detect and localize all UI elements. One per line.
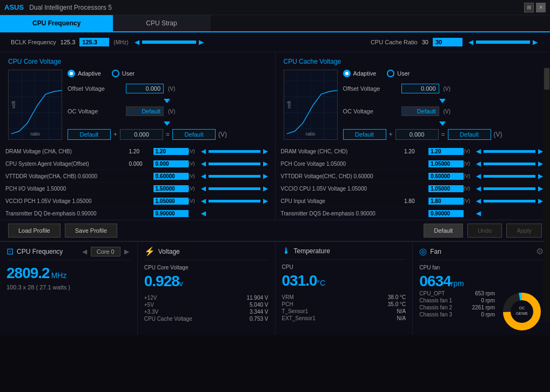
rvl-left-arrow-4[interactable]: ◀ bbox=[474, 197, 482, 205]
rvl-bar-3 bbox=[484, 187, 535, 190]
vl-input-4[interactable] bbox=[153, 198, 189, 205]
cache-calc-right[interactable] bbox=[448, 129, 491, 140]
fan-big-value: 0634 bbox=[419, 273, 451, 289]
t-sub-row-0: VRM 38.0 °C bbox=[282, 294, 406, 301]
cache-oc-triangle bbox=[439, 121, 446, 126]
cache-right-arrow[interactable]: ▶ bbox=[531, 38, 539, 46]
action-bar: Load Profile Save Profile Default Undo A… bbox=[0, 220, 550, 241]
cache-calc-left[interactable] bbox=[343, 129, 386, 140]
v-sub-row-0: +12V 11.904 V bbox=[144, 294, 269, 301]
rvl-unit-0: (V) bbox=[464, 148, 474, 154]
vl-left-arrow-4[interactable]: ◀ bbox=[199, 197, 207, 205]
rvl-input-1[interactable] bbox=[428, 160, 464, 167]
voltage-section: CPU Core Voltage bbox=[0, 52, 550, 145]
cache-oc-label: OC Voltage bbox=[343, 108, 397, 114]
vl-left-arrow-3[interactable]: ◀ bbox=[199, 185, 207, 192]
cache-ratio-value: 30 bbox=[422, 39, 428, 45]
cache-user-radio[interactable]: User bbox=[387, 70, 410, 77]
rvl-left-arrow-2[interactable]: ◀ bbox=[474, 172, 482, 180]
f-sub-row-0: CPU_OPT 653 rpm bbox=[419, 290, 495, 297]
list-item: PCH I/O Voltage 1.50000 (V) ◀ ▶ bbox=[5, 183, 270, 195]
apply-button[interactable]: Apply bbox=[506, 224, 542, 238]
vl-left-arrow-0[interactable]: ◀ bbox=[199, 147, 207, 155]
list-item: DRAM Voltage (CHA, CHB) 1.20 (V) ◀ ▶ bbox=[5, 145, 270, 158]
rvl-input-5[interactable] bbox=[428, 210, 464, 217]
vl-slider-4: ◀ ▶ bbox=[199, 197, 270, 205]
core-oc-input[interactable] bbox=[126, 106, 164, 116]
bclk-left-arrow[interactable]: ◀ bbox=[133, 38, 141, 46]
title-bar: ASUS Dual Intelligent Processors 5 ⊞ ✕ bbox=[0, 0, 550, 15]
vl-input-2[interactable] bbox=[153, 173, 189, 180]
scrollbar-thumb[interactable] bbox=[544, 68, 549, 90]
cache-graph-ylabel: volt bbox=[286, 101, 292, 109]
core-oc-slider bbox=[68, 121, 267, 126]
core-offset-unit: (V) bbox=[168, 86, 175, 92]
core-user-radio[interactable]: User bbox=[112, 70, 135, 77]
bclk-right-arrow[interactable]: ▶ bbox=[197, 38, 205, 46]
vl-right-arrow-2[interactable]: ▶ bbox=[261, 172, 270, 180]
rvl-slider-0: ◀ ▶ bbox=[474, 147, 545, 155]
undo-button[interactable]: Undo bbox=[467, 224, 502, 238]
rvl-left-arrow-3[interactable]: ◀ bbox=[474, 185, 482, 192]
tab-cpu-strap[interactable]: CPU Strap bbox=[113, 15, 210, 31]
rvl-left-arrow-0[interactable]: ◀ bbox=[474, 147, 482, 155]
vl-left-arrow-1[interactable]: ◀ bbox=[199, 160, 207, 167]
fan-content: CPU_OPT 653 rpm Chassis fan 1 0 rpm Chas… bbox=[419, 290, 544, 333]
rvl-left-arrow-1[interactable]: ◀ bbox=[474, 160, 482, 167]
vl-input-0[interactable] bbox=[153, 148, 189, 155]
vl-slider-1: ◀ ▶ bbox=[199, 160, 270, 167]
cache-offset-input[interactable] bbox=[401, 84, 439, 93]
vl-left-arrow-5[interactable]: ◀ bbox=[199, 209, 207, 217]
cache-offset-triangle bbox=[439, 99, 446, 103]
rvl-input-3[interactable] bbox=[428, 185, 464, 192]
cache-adaptive-circle bbox=[343, 70, 351, 77]
rvl-input-0[interactable] bbox=[428, 148, 464, 155]
vl-right-arrow-3[interactable]: ▶ bbox=[261, 185, 270, 192]
fan-label: CPU fan bbox=[419, 265, 544, 271]
vl-right-arrow-1[interactable]: ▶ bbox=[261, 160, 270, 167]
cache-ratio-input[interactable] bbox=[433, 38, 462, 46]
vl-right-arrow-0[interactable]: ▶ bbox=[261, 147, 270, 155]
left-voltage-list: DRAM Voltage (CHA, CHB) 1.20 (V) ◀ ▶ CPU… bbox=[0, 145, 276, 220]
bclk-input[interactable] bbox=[79, 38, 109, 46]
default-button[interactable]: Default bbox=[424, 224, 463, 238]
vl-input-1[interactable] bbox=[153, 160, 189, 167]
v-sub-label-1: +5V bbox=[144, 302, 154, 308]
grid-button[interactable]: ⊞ bbox=[524, 3, 534, 12]
fan-chart: OC GENIE bbox=[500, 290, 544, 333]
vl-left-arrow-2[interactable]: ◀ bbox=[199, 172, 207, 180]
cpu-freq-header: ⊡ CPU Frequency ◀ Core 0 ▶ bbox=[6, 246, 131, 260]
fan-value-row: 0634rpm bbox=[419, 273, 544, 290]
cache-oc-slider bbox=[343, 121, 542, 126]
vl-input-3[interactable] bbox=[153, 185, 189, 192]
core-calc-right[interactable] bbox=[172, 129, 216, 140]
save-profile-button[interactable]: Save Profile bbox=[65, 224, 117, 238]
cpu-core-voltage-title: CPU Core Voltage bbox=[8, 58, 267, 65]
cpu-freq-value: 2809.2 bbox=[6, 265, 50, 281]
temp-unit: °C bbox=[317, 279, 326, 287]
cpu-frequency-panel: ⊡ CPU Frequency ◀ Core 0 ▶ 2809.2 MHz 10… bbox=[0, 242, 138, 335]
cache-calc-mid[interactable] bbox=[395, 129, 439, 140]
rvl-input-2[interactable] bbox=[428, 173, 464, 180]
cache-adaptive-radio[interactable]: Adaptive bbox=[343, 70, 377, 77]
cpu-freq-next[interactable]: ▶ bbox=[123, 248, 131, 255]
cache-oc-input[interactable] bbox=[401, 106, 439, 116]
tab-cpu-frequency[interactable]: CPU Frequency bbox=[0, 15, 113, 31]
vl-right-arrow-4[interactable]: ▶ bbox=[261, 197, 270, 205]
core-calc-mid[interactable] bbox=[120, 129, 163, 140]
settings-icon[interactable]: ⚙ bbox=[536, 246, 544, 256]
cache-left-arrow[interactable]: ◀ bbox=[467, 38, 475, 46]
rvl-unit-2: (V) bbox=[464, 173, 474, 179]
core-calc-left[interactable] bbox=[68, 129, 111, 140]
list-item: DRAM Voltage (CHC, CHD) 1.20 (V) ◀ ▶ bbox=[281, 145, 545, 158]
core-adaptive-radio[interactable]: Adaptive bbox=[68, 70, 101, 77]
load-profile-button[interactable]: Load Profile bbox=[8, 224, 61, 238]
rvl-input-4[interactable] bbox=[428, 198, 464, 205]
core-offset-input[interactable] bbox=[126, 84, 164, 93]
vl-slider-3: ◀ ▶ bbox=[199, 185, 270, 192]
cpu-freq-prev[interactable]: ◀ bbox=[81, 248, 89, 255]
vl-input-5[interactable] bbox=[153, 210, 189, 217]
close-button[interactable]: ✕ bbox=[536, 3, 546, 12]
bclk-unit: (MHz) bbox=[113, 39, 128, 45]
rvl-left-arrow-5[interactable]: ◀ bbox=[474, 209, 482, 217]
